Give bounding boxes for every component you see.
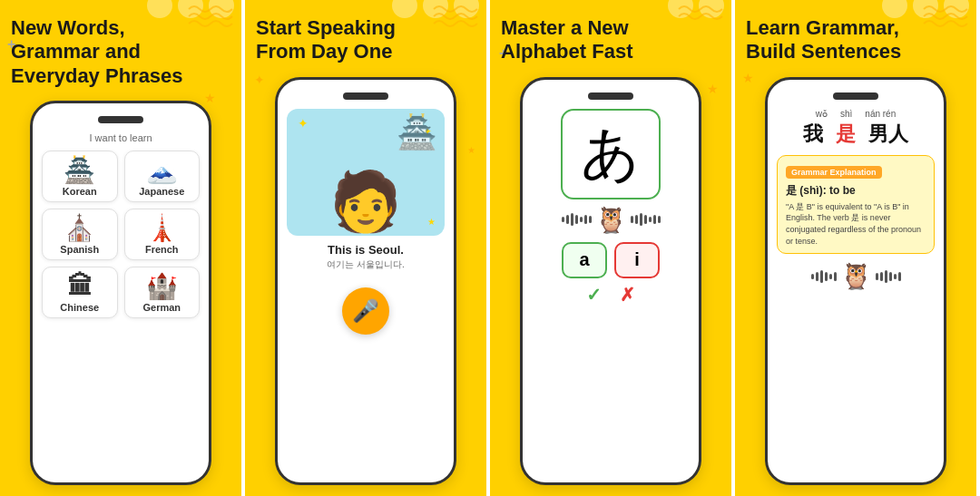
hanzi-nanren: 男人 xyxy=(868,121,908,148)
grammar-term: 是 (shì): to be xyxy=(786,183,926,199)
panel1-title: New Words,Grammar andEveryday Phrases xyxy=(11,16,230,88)
phone-4: wǒ shì nán rén 我 是 男人 Grammar Explanatio… xyxy=(765,77,946,485)
deco-star-5: ★ xyxy=(742,71,754,85)
korean-label: Korean xyxy=(63,186,97,197)
phone-3: あ 🦉 xyxy=(520,77,701,485)
video-temple: 🏯 xyxy=(397,113,437,151)
hanzi-row: 我 是 男人 xyxy=(803,121,908,148)
result-row: ✓ ✗ xyxy=(586,284,635,306)
waveform-left xyxy=(562,213,592,226)
spanish-icon: ⛪ xyxy=(64,216,95,241)
x-icon: ✗ xyxy=(620,284,635,306)
waveform-right-4 xyxy=(876,270,901,283)
mic-icon: 🎤 xyxy=(352,298,379,324)
panel-words: + ★ New Words,Grammar andEveryday Phrase… xyxy=(0,0,245,496)
alphabet-char: あ xyxy=(581,114,641,193)
speech-video-screen: ✦ ✦ ★ 🏯 🧑 xyxy=(287,109,445,236)
spanish-label: Spanish xyxy=(60,244,99,255)
answer-a[interactable]: a xyxy=(562,242,607,278)
answer-a-label: a xyxy=(579,249,589,270)
owl-icon: 🦉 xyxy=(595,205,627,235)
waveform-row-4: 🦉 xyxy=(811,261,901,291)
panel2-title: Start SpeakingFrom Day One xyxy=(256,16,475,64)
phone-notch-3 xyxy=(588,92,633,100)
pinyin-nanren: nán rén xyxy=(865,109,896,119)
phone-notch-4 xyxy=(833,92,878,100)
owl-icon-4: 🦉 xyxy=(840,261,872,291)
deco-star-4: ★ xyxy=(707,82,719,96)
deco-star-2: ✦ xyxy=(254,73,265,87)
video-star-3: ★ xyxy=(427,217,436,227)
phone-1: I want to learn 🏯 Korean 🗻 Japanese ⛪ Sp… xyxy=(30,101,211,485)
mic-button[interactable]: 🎤 xyxy=(342,287,389,335)
grammar-explanation-box: Grammar Explanation 是 (shì): to be "A 是 … xyxy=(777,155,935,254)
waveform-left-4 xyxy=(811,270,837,283)
panel-speaking: ✦ ★ Start SpeakingFrom Day One ✦ ✦ ★ 🏯 🧑… xyxy=(245,0,490,496)
panel-alphabet: + ★ Master a NewAlphabet Fast あ 🦉 xyxy=(490,0,735,496)
french-label: French xyxy=(145,244,179,255)
panel-grammar: ★ Learn Grammar,Build Sentences wǒ shì n… xyxy=(735,0,980,496)
lang-chinese[interactable]: 🏛 Chinese xyxy=(42,267,118,318)
language-grid: 🏯 Korean 🗻 Japanese ⛪ Spanish 🗼 French 🏛… xyxy=(42,151,200,318)
answer-options: a i xyxy=(562,242,660,278)
chinese-icon: 🏛 xyxy=(67,274,93,299)
pinyin-shi: shì xyxy=(840,109,852,119)
japanese-icon: 🗻 xyxy=(146,158,178,183)
phone-notch-1 xyxy=(98,116,143,123)
deco-star-1: ★ xyxy=(204,91,216,105)
hanzi-shi: 是 xyxy=(836,121,856,148)
hanzi-wo: 我 xyxy=(803,121,823,148)
video-person: 🧑 xyxy=(329,168,402,236)
grammar-desc: "A 是 B" is equivalent to "A is B" in Eng… xyxy=(786,201,926,247)
lang-german[interactable]: 🏰 German xyxy=(124,267,201,318)
check-icon: ✓ xyxy=(586,284,602,306)
chinese-label: Chinese xyxy=(60,302,99,313)
phone-2: ✦ ✦ ★ 🏯 🧑 This is Seoul. 여기는 서울입니다. 🎤 xyxy=(275,77,456,485)
german-icon: 🏰 xyxy=(146,274,178,299)
lang-japanese[interactable]: 🗻 Japanese xyxy=(124,151,201,202)
learn-label: I want to learn xyxy=(89,132,152,143)
speech-text: This is Seoul. xyxy=(328,243,404,257)
german-label: German xyxy=(142,302,181,313)
panel3-title: Master a NewAlphabet Fast xyxy=(501,16,720,64)
video-star-1: ✦ xyxy=(298,116,309,131)
speech-subtext: 여기는 서울입니다. xyxy=(327,258,405,271)
deco-star-3: ★ xyxy=(467,145,475,155)
panel4-title: Learn Grammar,Build Sentences xyxy=(746,16,965,64)
waveform-right xyxy=(631,213,661,226)
lang-spanish[interactable]: ⛪ Spanish xyxy=(42,209,118,260)
chinese-sentence: wǒ shì nán rén 我 是 男人 xyxy=(777,109,935,148)
korean-icon: 🏯 xyxy=(64,158,95,183)
answer-i[interactable]: i xyxy=(614,242,660,278)
waveform-row: 🦉 xyxy=(562,205,661,235)
answer-i-label: i xyxy=(634,249,640,270)
alphabet-char-box: あ xyxy=(561,109,661,199)
pinyin-wo: wǒ xyxy=(816,109,828,119)
phone-notch-2 xyxy=(343,92,388,100)
japanese-label: Japanese xyxy=(139,186,184,197)
lang-french[interactable]: 🗼 French xyxy=(124,209,201,260)
french-icon: 🗼 xyxy=(146,216,178,241)
grammar-box-title: Grammar Explanation xyxy=(786,166,882,179)
pinyin-row: wǒ shì nán rén xyxy=(816,109,897,119)
lang-korean[interactable]: 🏯 Korean xyxy=(42,151,118,202)
